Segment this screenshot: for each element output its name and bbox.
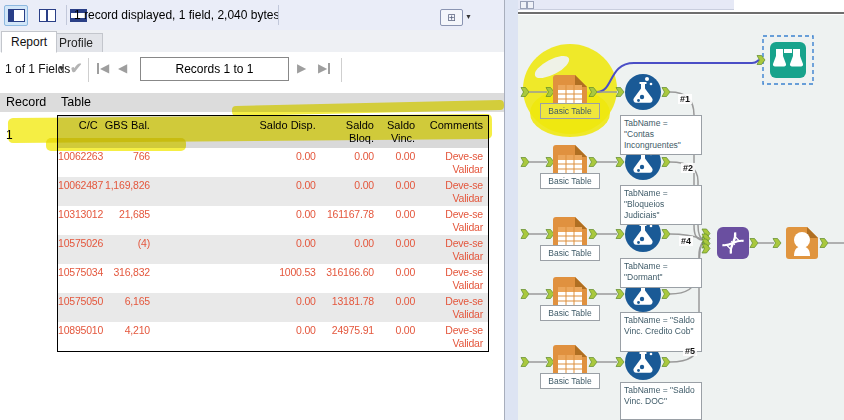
results-toolbar: 1 record displayed, 1 field, 2,040 bytes… — [0, 0, 504, 31]
table-row: 10895010 4,210 0.00 24975.91 0.00 Deve-s… — [58, 322, 489, 352]
annotation-tabname-5[interactable]: TabName = "Saldo Vinc. DOC" — [620, 382, 702, 420]
cell-saldo-disp: 0.00 — [155, 177, 321, 206]
fields-dropdown-caret-icon[interactable]: ▼ — [58, 65, 65, 72]
cell-cc: 10575050 — [58, 293, 103, 322]
layout-single-pane-icon — [8, 9, 25, 22]
first-record-button[interactable]: ◀ — [96, 61, 109, 75]
new-window-caret-icon[interactable]: ▼ — [465, 13, 472, 20]
cell-saldo-vinc: 0.00 — [379, 148, 420, 177]
cell-saldo-vinc: 0.00 — [379, 206, 420, 235]
cell-gbs-bal: 766 — [103, 148, 155, 177]
col-header-saldo-disp: Saldo Disp. — [155, 116, 321, 149]
col-header-saldo-bloq: Saldo Bloq. — [321, 116, 379, 149]
cell-saldo-disp: 0.00 — [155, 206, 321, 235]
record-status-text: 1 record displayed, 1 field, 2,040 bytes — [74, 8, 279, 22]
table-row: 10062263 766 0.00 0.00 0.00 Deve-se Vali… — [58, 148, 489, 177]
col-header-cc: C/C — [58, 116, 103, 149]
cell-saldo-vinc: 0.00 — [379, 264, 420, 293]
cell-gbs-bal: 6,165 — [103, 293, 155, 322]
table-row: 10575026 (4) 0.00 0.00 0.00 Deve-se Vali… — [58, 235, 489, 264]
cell-saldo-vinc: 0.00 — [379, 177, 420, 206]
previous-record-button[interactable]: ◀ — [118, 61, 127, 75]
connection-label-5: #5 — [683, 346, 697, 356]
toolbar-separator — [66, 5, 67, 25]
tool-label-basic-table-1[interactable]: Basic Table — [540, 103, 600, 119]
cell-comments: Deve-se Validar — [420, 293, 488, 322]
alteryx-browse-window: 1 record displayed, 1 field, 2,040 bytes… — [0, 0, 844, 420]
tool-label-basic-table-3[interactable]: Basic Table — [540, 245, 600, 261]
tool-label-basic-table-2[interactable]: Basic Table — [540, 173, 600, 189]
cell-comments: Deve-se Validar — [420, 148, 488, 177]
last-record-button[interactable]: ▶ — [318, 61, 331, 75]
person-head-tool-icon[interactable] — [786, 227, 818, 259]
cell-gbs-bal: (4) — [103, 235, 155, 264]
cell-saldo-bloq: 0.00 — [321, 148, 379, 177]
cell-gbs-bal: 4,210 — [103, 322, 155, 352]
col-header-gbs-bal: GBS Bal. — [103, 116, 155, 149]
cell-saldo-bloq: 316166.60 — [321, 264, 379, 293]
layout-split-vertical-icon — [39, 9, 56, 22]
tool-label-basic-table-4[interactable]: Basic Table — [540, 305, 600, 321]
table-column-header: Table — [56, 93, 504, 112]
record-navigation: 1 of 1 Fields ▼ ✔ ◀ ◀ Records 1 to 1 ▶ ▶ — [0, 52, 504, 88]
workflow-pane-header — [518, 0, 734, 10]
cell-comments: Deve-se Validar — [420, 322, 488, 352]
tab-profile[interactable]: Profile — [49, 33, 103, 53]
next-record-button[interactable]: ▶ — [297, 61, 306, 75]
cell-cc: 10575034 — [58, 264, 103, 293]
record-column-header: Record — [0, 93, 53, 112]
tool-label-basic-table-5[interactable]: Basic Table — [540, 373, 600, 389]
pane-divider-line — [518, 12, 844, 14]
new-window-icon: ⊞ — [447, 12, 455, 23]
nav-separator — [341, 58, 342, 82]
connection-label-1: #1 — [678, 94, 692, 104]
workflow-pane: Basic Table Basic Table Basic Table Basi… — [518, 0, 844, 420]
cell-cc: 10575026 — [58, 235, 103, 264]
cell-cc: 10895010 — [58, 322, 103, 352]
cell-cc: 10062487 — [58, 177, 103, 206]
table-row: 10575034 316,832 1000.53 316166.60 0.00 … — [58, 264, 489, 293]
cell-saldo-disp: 0.00 — [155, 148, 321, 177]
cell-saldo-disp: 0.00 — [155, 235, 321, 264]
cell-saldo-vinc: 0.00 — [379, 235, 420, 264]
pane-splitter[interactable] — [505, 0, 519, 420]
cell-cc: 10313012 — [58, 206, 103, 235]
workflow-canvas[interactable]: Basic Table Basic Table Basic Table Basi… — [518, 15, 844, 420]
cell-gbs-bal: 21,685 — [103, 206, 155, 235]
cell-cc: 10062263 — [58, 148, 103, 177]
toolbar-separator — [278, 5, 279, 25]
report-table-body: 10062263 766 0.00 0.00 0.00 Deve-se Vali… — [58, 148, 489, 352]
cell-comments: Deve-se Validar — [420, 177, 488, 206]
annotation-tabname-1[interactable]: TabName = "Contas Incongruentes" — [620, 115, 702, 155]
records-range-box[interactable]: Records 1 to 1 — [140, 57, 289, 81]
cell-saldo-disp: 0.00 — [155, 293, 321, 322]
col-header-comments: Comments — [420, 116, 488, 149]
cell-saldo-bloq: 24975.91 — [321, 322, 379, 352]
layout-single-pane-button[interactable] — [4, 5, 28, 26]
browse-tool-icon[interactable] — [770, 42, 806, 78]
apply-check-icon[interactable]: ✔ — [70, 59, 83, 77]
cell-saldo-vinc: 0.00 — [379, 293, 420, 322]
table-row: 10575050 6,165 0.00 13181.78 0.00 Deve-s… — [58, 293, 489, 322]
results-pane: 1 record displayed, 1 field, 2,040 bytes… — [0, 0, 505, 420]
new-window-button[interactable]: ⊞ — [440, 9, 463, 26]
cell-saldo-vinc: 0.00 — [379, 322, 420, 352]
connection-label-4: #4 — [679, 236, 693, 246]
report-header-row: C/C GBS Bal. Saldo Disp. Saldo Bloq. Sal… — [58, 116, 489, 149]
cell-saldo-bloq: 0.00 — [321, 235, 379, 264]
annotation-tabname-3[interactable]: TabName = "Dormant" — [620, 258, 702, 288]
report-table: C/C GBS Bal. Saldo Disp. Saldo Bloq. Sal… — [57, 115, 489, 352]
annotation-tabname-2[interactable]: TabName = "Bloqueios Judiciais" — [620, 185, 702, 225]
cell-saldo-bloq: 0.00 — [321, 177, 379, 206]
results-grid-header: Record Table — [0, 93, 504, 112]
tab-report[interactable]: Report — [1, 31, 57, 53]
cell-saldo-disp: 0.00 — [155, 322, 321, 352]
formula-flask-tool-icon[interactable] — [625, 74, 661, 110]
cell-saldo-bloq: 13181.78 — [321, 293, 379, 322]
cell-gbs-bal: 1,169,826 — [103, 177, 155, 206]
layout-split-vertical-button[interactable] — [35, 5, 59, 26]
results-tabbar: Report Profile — [0, 30, 504, 52]
dna-tool-icon[interactable] — [717, 227, 749, 259]
connection-label-2: #2 — [681, 163, 695, 173]
cell-comments: Deve-se Validar — [420, 206, 488, 235]
